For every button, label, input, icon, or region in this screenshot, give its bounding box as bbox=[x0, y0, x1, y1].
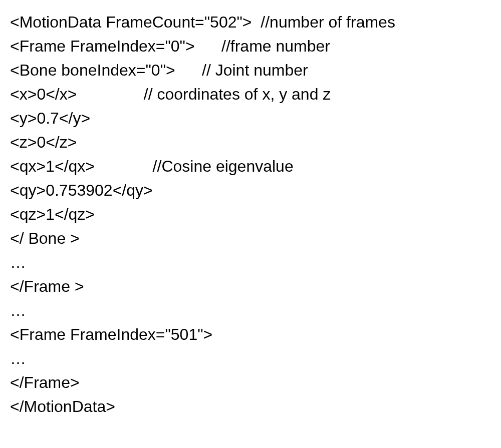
code-line: <z>0</z> bbox=[10, 130, 491, 154]
code-line: <MotionData FrameCount="502"> //number o… bbox=[10, 10, 491, 34]
code-line: <qz>1</qz> bbox=[10, 202, 491, 226]
code-line: … bbox=[10, 298, 491, 322]
code-line: <qy>0.753902</qy> bbox=[10, 178, 491, 202]
code-line: … bbox=[10, 346, 491, 370]
code-line: </Frame> bbox=[10, 370, 491, 394]
code-line: <qx>1</qx> //Cosine eigenvalue bbox=[10, 154, 491, 178]
code-line: <Bone boneIndex="0"> // Joint number bbox=[10, 58, 491, 82]
code-line: … bbox=[10, 250, 491, 274]
code-line: <y>0.7</y> bbox=[10, 106, 491, 130]
code-line: </ Bone > bbox=[10, 226, 491, 250]
code-line: <Frame FrameIndex="0"> //frame number bbox=[10, 34, 491, 58]
code-block: <MotionData FrameCount="502"> //number o… bbox=[10, 10, 491, 418]
code-line: </Frame > bbox=[10, 274, 491, 298]
code-line: <Frame FrameIndex="501"> bbox=[10, 322, 491, 346]
code-line: <x>0</x> // coordinates of x, y and z bbox=[10, 82, 491, 106]
code-line: </MotionData> bbox=[10, 394, 491, 418]
